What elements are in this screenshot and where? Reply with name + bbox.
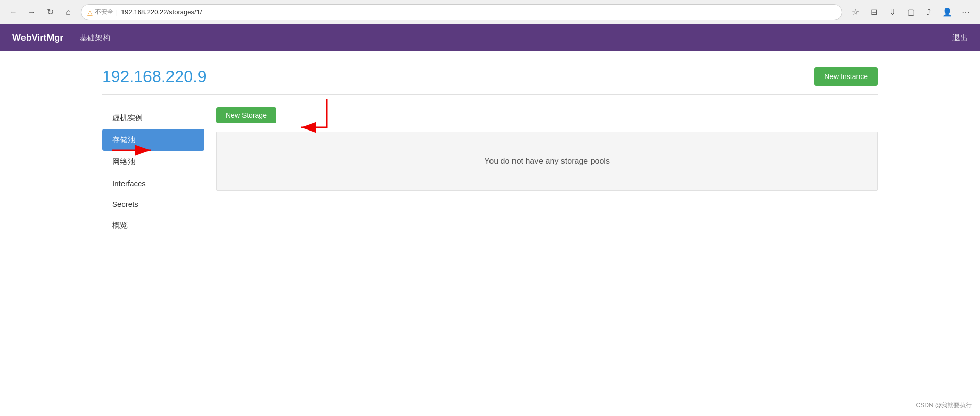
sidebar-item-secrets[interactable]: Secrets bbox=[102, 194, 204, 215]
download-button[interactable]: ⇓ bbox=[884, 4, 900, 20]
back-button[interactable]: ← bbox=[6, 5, 20, 19]
sidebar-item-vm[interactable]: 虚机实例 bbox=[102, 107, 204, 129]
main-content: 192.168.220.9 New Instance 虚机实例 存储池 网络池 … bbox=[0, 51, 980, 416]
bookmark-button[interactable]: ⊟ bbox=[866, 4, 882, 20]
browser-chrome: ← → ↻ ⌂ △ 不安全 | 192.168.220.22/storages/… bbox=[0, 0, 980, 24]
address-bar[interactable]: △ 不安全 | 192.168.220.22/storages/1/ bbox=[81, 4, 842, 20]
new-storage-button[interactable]: New Storage bbox=[216, 107, 276, 123]
nav-link-infrastructure[interactable]: 基础架构 bbox=[80, 33, 110, 43]
sidebar-item-storage[interactable]: 存储池 bbox=[102, 129, 204, 151]
menu-button[interactable]: ⋯ bbox=[958, 4, 974, 20]
browser-actions: ☆ ⊟ ⇓ ▢ ⤴ 👤 ⋯ bbox=[847, 4, 974, 20]
sidebar-nav: 虚机实例 存储池 网络池 Interfaces Secrets 概览 bbox=[102, 107, 204, 237]
panel-toolbar: New Storage bbox=[216, 107, 878, 123]
nav-buttons: ← → ↻ ⌂ bbox=[6, 5, 76, 19]
star-button[interactable]: ☆ bbox=[847, 4, 864, 20]
content-layout: 虚机实例 存储池 网络池 Interfaces Secrets 概览 bbox=[102, 107, 878, 237]
separator: | bbox=[115, 9, 117, 16]
navbar-left: WebVirtMgr 基础架构 bbox=[12, 33, 110, 43]
home-button[interactable]: ⌂ bbox=[61, 5, 76, 19]
empty-storage-panel: You do not have any storage pools bbox=[216, 132, 878, 191]
empty-message: You do not have any storage pools bbox=[484, 157, 610, 165]
security-warning: △ 不安全 | bbox=[87, 8, 117, 16]
security-icon: △ bbox=[87, 8, 93, 16]
sidebar-item-network[interactable]: 网络池 bbox=[102, 151, 204, 173]
sidebar-item-interfaces[interactable]: Interfaces bbox=[102, 173, 204, 194]
profile-button[interactable]: 👤 bbox=[939, 4, 955, 20]
page-ip-title: 192.168.220.9 bbox=[102, 67, 207, 86]
share-button[interactable]: ⤴ bbox=[921, 4, 937, 20]
forward-button[interactable]: → bbox=[24, 5, 39, 19]
app-navbar: WebVirtMgr 基础架构 退出 bbox=[0, 24, 980, 51]
page-header: 192.168.220.9 New Instance bbox=[102, 67, 878, 95]
watermark: CSDN @我就要执行 bbox=[916, 401, 972, 410]
security-label: 不安全 bbox=[95, 8, 113, 16]
sidebar-item-overview[interactable]: 概览 bbox=[102, 215, 204, 237]
new-instance-button[interactable]: New Instance bbox=[814, 67, 878, 86]
right-panel: New Storage You do not have any storage … bbox=[204, 107, 878, 237]
url-text: 192.168.220.22/storages/1/ bbox=[121, 8, 202, 16]
reload-button[interactable]: ↻ bbox=[43, 5, 57, 19]
extensions-button[interactable]: ▢ bbox=[902, 4, 919, 20]
app-brand: WebVirtMgr bbox=[12, 33, 63, 43]
logout-link[interactable]: 退出 bbox=[952, 33, 968, 43]
